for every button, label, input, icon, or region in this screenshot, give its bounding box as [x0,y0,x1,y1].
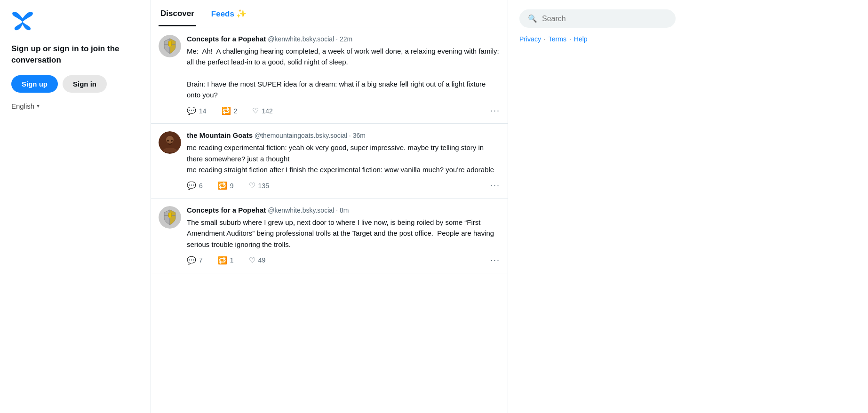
chevron-down-icon: ▾ [37,103,40,109]
repost-icon: 🔁 [222,106,231,115]
left-sidebar: Sign up or sign in to join the conversat… [0,0,151,413]
reply-icon-3: 💬 [187,256,196,265]
post-3-content: Concepts for a Popehat @kenwhite.bsky.so… [187,206,500,265]
post-2-reply-count: 6 [199,182,203,190]
svg-point-7 [171,140,173,142]
post-1-author: Concepts for a Popehat [187,35,266,43]
shield-avatar-icon [159,35,181,57]
post-2-repost-count: 9 [230,182,234,190]
post-3-time: 8m [340,206,349,214]
post-2-text: me reading experimental fiction: yeah ok… [187,142,500,175]
feeds-label: Feeds [211,9,234,18]
repost-icon-2: 🔁 [218,181,227,190]
post-1-actions: 💬 14 🔁 2 ♡ 142 ··· [187,106,500,116]
search-box[interactable]: 🔍 [519,9,676,28]
reply-icon-2: 💬 [187,181,196,190]
post-3-actions: 💬 7 🔁 1 ♡ 49 ··· [187,255,500,265]
post-2-actions: 💬 6 🔁 9 ♡ 135 ··· [187,181,500,191]
like-icon-2: ♡ [249,181,255,190]
svg-point-6 [167,140,169,142]
tab-feeds[interactable]: Feeds✨ [209,0,248,27]
sparkle-icon: ✨ [236,9,247,18]
post-3-repost[interactable]: 🔁 1 [218,256,234,265]
search-icon: 🔍 [528,14,537,23]
signup-button[interactable]: Sign up [11,75,58,93]
svg-point-5 [166,136,174,143]
post-3-header: Concepts for a Popehat @kenwhite.bsky.so… [187,206,500,214]
post-2-repost[interactable]: 🔁 9 [218,181,234,190]
avatar-post-2 [159,131,181,154]
privacy-link[interactable]: Privacy [519,35,541,43]
post-2-header: the Mountain Goats @themountaingoats.bsk… [187,131,500,139]
tagline: Sign up or sign in to join the conversat… [11,43,139,66]
post-3-reply-count: 7 [199,256,203,264]
tab-discover[interactable]: Discover [159,0,196,26]
footer-links: Privacy · Terms · Help [519,35,676,43]
tabs-nav: Discover Feeds✨ [151,0,508,27]
language-selector[interactable]: English ▾ [11,102,139,110]
search-input[interactable] [542,15,667,23]
person-avatar-icon [159,131,181,154]
repost-icon-3: 🔁 [218,256,227,265]
post-3-like[interactable]: ♡ 49 [249,256,266,265]
post-3-repost-count: 1 [230,256,234,264]
main-feed: Discover Feeds✨ Concepts for a Popehat @… [151,0,508,413]
post-3-more-button[interactable]: ··· [490,255,500,265]
shield-avatar-icon-2 [159,206,181,229]
post-2-content: the Mountain Goats @themountaingoats.bsk… [187,131,500,191]
avatar-post-3 [159,206,181,229]
post-1-reply-count: 14 [199,107,207,115]
terms-link[interactable]: Terms [549,35,566,43]
avatar-post-1 [159,35,181,57]
post-2-handle: @themountaingoats.bsky.social [255,132,347,139]
post-2-time: 36m [353,132,366,139]
post-2-like-count: 135 [258,182,269,190]
post-2-author: the Mountain Goats [187,131,253,139]
post-3: Concepts for a Popehat @kenwhite.bsky.so… [151,199,508,273]
logo [11,9,139,34]
post-1-time: 22m [340,35,352,43]
post-1-handle: @kenwhite.bsky.social [268,35,334,43]
post-2: the Mountain Goats @themountaingoats.bsk… [151,124,508,199]
post-1-reply[interactable]: 💬 14 [187,106,207,115]
post-1-repost-count: 2 [234,107,238,115]
post-2-more-button[interactable]: ··· [490,181,500,191]
post-2-reply[interactable]: 💬 6 [187,181,203,190]
right-sidebar: 🔍 Privacy · Terms · Help [508,0,687,413]
post-3-author: Concepts for a Popehat [187,206,266,214]
post-1-like[interactable]: ♡ 142 [252,106,272,115]
language-label: English [11,102,34,110]
like-icon: ♡ [252,106,259,115]
post-1-more-button[interactable]: ··· [490,106,500,116]
reply-icon: 💬 [187,106,196,115]
auth-buttons: Sign up Sign in [11,75,139,93]
post-3-like-count: 49 [258,256,266,264]
post-3-text: The small suburb where I grew up, next d… [187,217,500,250]
post-1-header: Concepts for a Popehat @kenwhite.bsky.so… [187,35,500,43]
post-1-like-count: 142 [262,107,272,115]
like-icon-3: ♡ [249,256,255,265]
post-1-text: Me: Ah! A challenging hearing completed,… [187,46,500,100]
post-3-reply[interactable]: 💬 7 [187,256,203,265]
help-link[interactable]: Help [574,35,588,43]
post-2-like[interactable]: ♡ 135 [249,181,269,190]
post-1: Concepts for a Popehat @kenwhite.bsky.so… [151,27,508,124]
post-1-content: Concepts for a Popehat @kenwhite.bsky.so… [187,35,500,116]
post-1-repost[interactable]: 🔁 2 [222,106,238,115]
signin-button[interactable]: Sign in [63,75,107,93]
post-3-handle: @kenwhite.bsky.social [268,206,334,214]
